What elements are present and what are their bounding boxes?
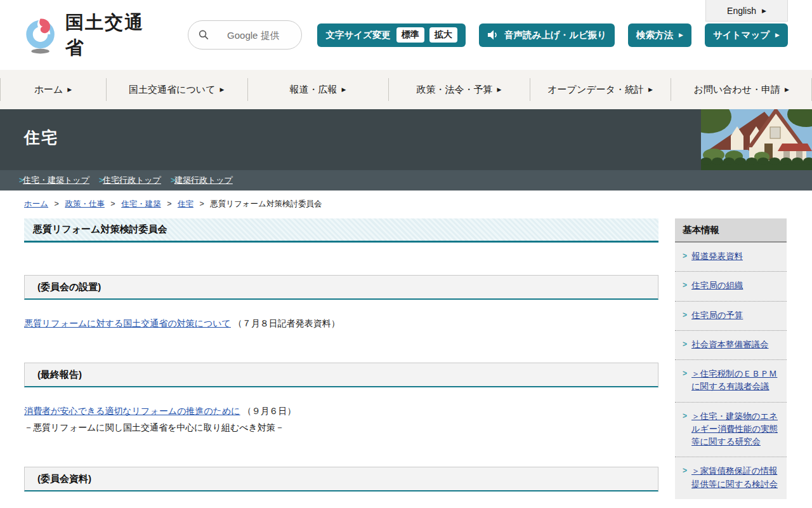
nav-label: 政策・法令・予算 [417, 84, 493, 96]
sidebar-link[interactable]: 住宅局の予算 [691, 309, 743, 322]
arrow-right-icon: ▶ [785, 86, 789, 93]
breadcrumb-separator: > [167, 199, 171, 208]
content-area: ホーム > 政策・仕事 > 住宅・建築 > 住宅 > 悪質リフォーム対策検討委員… [0, 199, 812, 508]
breadcrumb-separator: > [110, 199, 115, 208]
nav-label: オープンデータ・統計 [547, 84, 644, 96]
search-input[interactable] [215, 30, 291, 41]
nav-label: 報道・広報 [289, 84, 337, 96]
sidebar-item-infrastructure-council[interactable]: > 社会資本整備審議会 [675, 331, 787, 360]
logo-title: 国土交通省 [65, 10, 159, 61]
english-button[interactable]: English ▶ [705, 0, 788, 22]
header-buttons: 文字サイズ変更 標準 拡大 音声読み上げ・ルビ振り 検索方法 ▶ サイトマップ … [317, 23, 788, 47]
doc-link-line: 消費者が安心できる適切なリフォームの推進のために （９月６日） [24, 404, 658, 418]
report-subtitle: －悪質リフォームに関し国土交通省を中心に取り組むべき対策－ [24, 420, 658, 434]
sidebar-link[interactable]: 住宅局の組織 [691, 279, 743, 292]
arrow-right-icon: ▶ [497, 86, 502, 93]
sidebar-link[interactable]: ＞家賃債務保証の情報提供等に関する検討会 [691, 465, 782, 491]
arrow-right-icon: ▶ [679, 32, 683, 38]
nav-label: ホーム [34, 84, 63, 96]
font-standard-button[interactable]: 標準 [396, 27, 424, 43]
nav-label: 国土交通省について [129, 84, 215, 96]
breadcrumb-link-housing-building[interactable]: 住宅・建築 [121, 199, 161, 208]
nav-item-press[interactable]: 報道・広報 ▶ [247, 70, 389, 109]
doc-link-reform-promotion[interactable]: 消費者が安心できる適切なリフォームの推進のために [24, 406, 240, 416]
arrow-right-icon: ▶ [762, 8, 766, 14]
arrow-right-icon: ▶ [220, 86, 225, 93]
content-layout: 悪質リフォーム対策検討委員会 (委員会の設置) 悪質リフォームに対する国土交通省… [24, 218, 788, 508]
house-photo [701, 109, 812, 170]
section-heading: (委員会の設置) [24, 275, 658, 300]
hero-link-housing-building-top[interactable]: 住宅・建築トップ [23, 175, 89, 186]
breadcrumb-link-housing[interactable]: 住宅 [178, 199, 193, 208]
breadcrumb: ホーム > 政策・仕事 > 住宅・建築 > 住宅 > 悪質リフォーム対策検討委員… [24, 199, 788, 210]
tts-label: 音声読み上げ・ルビ振り [504, 29, 606, 41]
nav-item-contact[interactable]: お問い合わせ・申請 ▶ [671, 70, 812, 109]
breadcrumb-link-policy[interactable]: 政策・仕事 [65, 199, 105, 208]
nav-label: お問い合わせ・申請 [694, 84, 780, 96]
global-nav: ホーム ▶ 国土交通省について ▶ 報道・広報 ▶ 政策・法令・予算 ▶ オープ… [0, 70, 812, 109]
tts-button[interactable]: 音声読み上げ・ルビ振り [479, 23, 615, 47]
arrow-right-icon: ▶ [775, 32, 780, 38]
hero-link-pair: > 住宅・建築トップ [19, 175, 89, 186]
nav-item-about[interactable]: 国土交通省について ▶ [106, 70, 247, 109]
arrow-right-icon: ▶ [67, 86, 72, 93]
search-icon [199, 29, 209, 41]
chevron-right-icon: > [683, 411, 687, 420]
breadcrumb-separator: > [199, 199, 204, 208]
sidebar-basic-info: 基本情報 > 報道発表資料 > 住宅局の組織 > 住宅局の予算 > 社会資本整備… [675, 218, 787, 499]
main-column: 悪質リフォーム対策検討委員会 (委員会の設置) 悪質リフォームに対する国土交通省… [24, 218, 658, 508]
sidebar-title: 基本情報 [675, 218, 787, 243]
font-size-label: 文字サイズ変更 [325, 29, 391, 41]
sidebar-item-energy-study-group[interactable]: > ＞住宅・建築物のエネルギー消費性能の実態等に関する研究会 [675, 403, 787, 458]
chevron-right-icon: > [683, 340, 687, 349]
page-title: 悪質リフォーム対策検討委員会 [24, 218, 658, 243]
hero-link-housing-admin-top[interactable]: 住宅行政トップ [103, 175, 161, 186]
font-large-button[interactable]: 拡大 [429, 27, 457, 43]
section-body: 消費者が安心できる適切なリフォームの推進のために （９月６日） －悪質リフォーム… [24, 404, 658, 434]
hero-title: 住宅 [24, 127, 58, 148]
section-establishment: (委員会の設置) 悪質リフォームに対する国土交通省の対策について （７月８日記者… [24, 275, 658, 330]
search-method-label: 検索方法 [636, 29, 673, 41]
chevron-right-icon: > [683, 251, 687, 260]
sidebar-item-bureau-organization[interactable]: > 住宅局の組織 [675, 272, 787, 301]
breadcrumb-separator: > [55, 199, 59, 208]
sidebar-item-rent-guarantee-study-group[interactable]: > ＞家賃債務保証の情報提供等に関する検討会 [675, 457, 787, 499]
chevron-right-icon: > [683, 466, 687, 475]
nav-item-policy[interactable]: 政策・法令・予算 ▶ [388, 70, 530, 109]
sidebar-item-bureau-budget[interactable]: > 住宅局の予算 [675, 302, 787, 331]
doc-link-suffix: （９月６日） [242, 406, 296, 416]
breadcrumb-current: 悪質リフォーム対策検討委員会 [210, 199, 322, 208]
sidebar-link[interactable]: 社会資本整備審議会 [691, 338, 769, 351]
mlit-logo[interactable]: 国土交通省 [24, 10, 159, 61]
sidebar-item-press-materials[interactable]: > 報道発表資料 [675, 243, 787, 272]
hero-link-pair: > 住宅行政トップ [99, 175, 161, 186]
doc-link-suffix: （７月８日記者発表資料） [233, 318, 340, 328]
breadcrumb-link-home[interactable]: ホーム [24, 199, 48, 208]
sidebar-item-ebpm-expert-meeting[interactable]: > ＞住宅税制のＥＢＰＭに関する有識者会議 [675, 360, 787, 403]
search-method-button[interactable]: 検索方法 ▶ [628, 23, 691, 47]
sidebar-link[interactable]: 報道発表資料 [691, 250, 743, 263]
hero-link-building-admin-top[interactable]: 建築行政トップ [174, 175, 233, 186]
sidebar-link[interactable]: ＞住宅税制のＥＢＰＭに関する有識者会議 [691, 368, 782, 394]
sitemap-label: サイトマップ [713, 29, 769, 41]
chevron-right-icon: > [683, 369, 687, 378]
doc-link-countermeasures[interactable]: 悪質リフォームに対する国土交通省の対策について [24, 318, 231, 328]
sidebar-list: > 報道発表資料 > 住宅局の組織 > 住宅局の予算 > 社会資本整備審議会 > [675, 243, 787, 499]
sidebar-link[interactable]: ＞住宅・建築物のエネルギー消費性能の実態等に関する研究会 [691, 410, 782, 449]
section-committee-materials: (委員会資料) 第１回悪質リフォーム対策検討委員会資料 （７月２０日開催） [24, 467, 658, 508]
nav-item-opendata[interactable]: オープンデータ・統計 ▶ [530, 70, 671, 109]
nav-item-home[interactable]: ホーム ▶ [0, 70, 106, 109]
section-final-report: (最終報告) 消費者が安心できる適切なリフォームの推進のために （９月６日） －… [24, 363, 658, 434]
section-heading: (委員会資料) [24, 467, 658, 491]
section-body: 悪質リフォームに対する国土交通省の対策について （７月８日記者発表資料） [24, 316, 658, 330]
font-size-button[interactable]: 文字サイズ変更 標準 拡大 [317, 23, 466, 47]
arrow-right-icon: ▶ [648, 86, 653, 93]
speaker-icon [487, 30, 499, 40]
chevron-right-icon: > [683, 281, 687, 290]
section-heading: (最終報告) [24, 363, 658, 387]
hero-link-pair: > 建築行政トップ [171, 175, 233, 186]
sitemap-button[interactable]: サイトマップ ▶ [705, 23, 788, 47]
hero-banner: 住宅 [0, 109, 812, 170]
site-search-box[interactable] [188, 20, 302, 50]
english-label: English [727, 6, 756, 16]
